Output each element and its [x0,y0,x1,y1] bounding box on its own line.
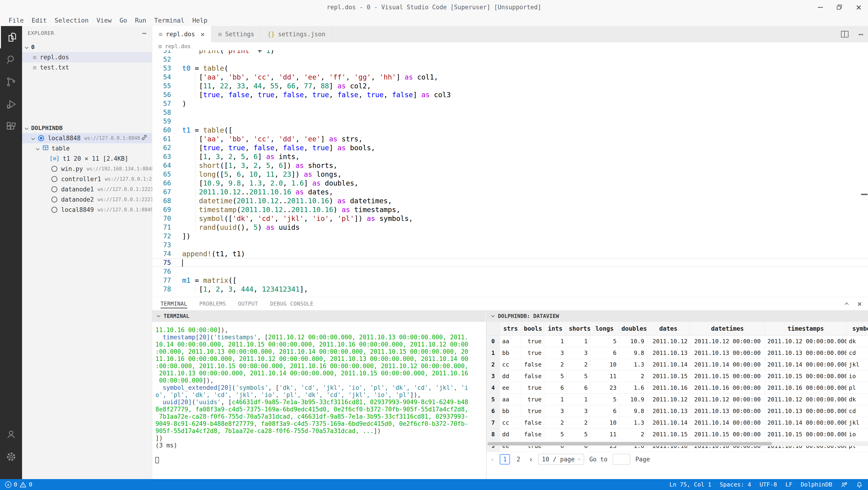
column-header-symbols[interactable]: symbols [846,322,868,335]
panel-maximize-icon[interactable] [844,302,848,307]
minimize-icon[interactable] [818,7,823,8]
table-item-t1[interactable]: [⊘]t1 20 × 11 [2.4KB] [22,153,152,164]
close-tab-icon[interactable]: × [200,30,205,38]
next-page-icon[interactable]: › [529,455,533,464]
table-row[interactable]: 7ccfalse22101.32011.10.142011.10.14 00:0… [487,417,868,428]
column-header-ints[interactable]: ints [544,322,566,335]
code-line[interactable]: 69 timestamp(2011.10.12..2011.10.16) as … [152,205,868,214]
code-line[interactable]: 68 datetime(2011.10.12..2011.10.16) as d… [152,196,868,205]
link-icon[interactable] [141,134,148,142]
split-editor-icon[interactable] [841,31,848,37]
settings-gear-icon[interactable] [0,445,22,468]
dataview-section-header[interactable]: DOLPHINDB: DATAVIEW [487,310,868,322]
source-control-icon[interactable] [0,71,22,93]
column-header-longs[interactable]: longs [590,322,619,335]
tab-repl-dos[interactable]: ≡repl.dos× [152,26,211,42]
tab-settings-json[interactable]: {}settings.json [261,26,332,42]
file-item-repl.dos[interactable]: ≡repl.dos [22,52,152,62]
code-line[interactable]: 55 [11, 22, 33, 44, 55, 66, 77, 88] as c… [152,81,868,90]
menu-item-run[interactable]: Run [131,17,150,24]
run-debug-icon[interactable] [0,93,22,115]
section-dolphindb[interactable]: DOLPHINDB [22,123,152,133]
encoding-status[interactable]: UTF-8 [760,481,777,488]
sidebar-actions-icon[interactable]: ⋯ [142,29,146,37]
panel-tab-debug-console[interactable]: DEBUG CONSOLE [270,297,314,310]
code-line[interactable]: 63 [1, 3, 2, 5, 6] as ints, [152,152,868,161]
code-line[interactable]: 58 [152,108,868,117]
table-row[interactable]: 0aatrue11510.92011.10.122011.10.12 00:00… [487,335,868,347]
prev-page-icon[interactable]: ‹ [490,455,495,464]
goto-page-input[interactable] [613,454,630,465]
connection-datanode1[interactable]: datanode1ws://127.0.0.1:22214/ [22,184,152,195]
code-line[interactable]: 71 rand(uuid(), 5) as uuids [152,223,868,232]
connection-local8849[interactable]: local8849ws://127.0.0.1:8849 [22,205,152,215]
panel-tab-problems[interactable]: PROBLEMS [199,297,226,310]
page-button-2[interactable]: 2 [513,454,523,464]
table-row[interactable]: 1bbtrue3369.82011.10.132011.10.13 00:00:… [487,347,868,358]
code-line[interactable]: 53t0 = table( [152,64,868,73]
menu-item-selection[interactable]: Selection [51,17,92,24]
column-header-timestamps[interactable]: timestamps [765,322,846,335]
language-mode-status[interactable]: DolphinDB [801,481,832,488]
menu-item-terminal[interactable]: Terminal [150,17,188,24]
connection-controller1[interactable]: controller1ws://127.0.0.1:22210/ [22,174,152,184]
restore-icon[interactable] [836,4,842,10]
panel-close-icon[interactable]: × [857,299,862,308]
code-line[interactable]: 73 [152,240,868,249]
code-line[interactable]: 78 [1, 2, 3, 444, 123412341], [152,285,868,293]
code-line[interactable]: 62 [true, true, false, false, true] as b… [152,143,868,152]
connection-win.py[interactable]: win.pyws://192.168.134.1:8848 [22,164,152,174]
table-row[interactable]: 2ccfalse22101.32011.10.142011.10.14 00:0… [487,358,868,370]
column-header-doubles[interactable]: doubles [619,322,647,335]
menu-item-help[interactable]: Help [188,17,211,24]
table-row[interactable]: 8ddfalse551122011.10.152011.10.15 00:00:… [487,428,868,440]
code-line[interactable]: 77m1 = matrix([ [152,276,868,285]
terminal-section-header[interactable]: TERMINAL [152,310,486,322]
page-button-1[interactable]: 1 [500,454,510,464]
indentation-status[interactable]: Spaces: 4 [720,481,751,488]
menu-item-view[interactable]: View [92,17,116,24]
code-line[interactable]: 56 [true, false, true, false, true, fals… [152,90,868,99]
code-line[interactable]: 66 [10.9, 9.8, 1.3, 2.0, 1.6] as doubles… [152,179,868,188]
code-line[interactable]: 67 2011.10.12..2011.10.16 as dates, [152,188,868,196]
table-row[interactable]: 4eetrue66231.62011.10.162011.10.16 00:00… [487,382,868,394]
tree-group-table[interactable]: table [22,143,152,153]
code-line[interactable]: 60t1 = table([ [152,125,868,135]
table-row[interactable]: 5aatrue11510.92011.10.122011.10.12 00:00… [487,394,868,405]
close-window-icon[interactable]: × [856,3,862,12]
tab-settings[interactable]: ≡Settings [211,26,261,42]
code-line[interactable]: 70 symbol(['dk', 'cd', 'jkl', 'io', 'pl'… [152,214,868,223]
extensions-icon[interactable] [0,115,22,138]
code-line[interactable]: 64 short([1, 3, 2, 5, 6]) as shorts, [152,161,868,170]
code-line[interactable]: 52 [152,55,868,64]
problems-status[interactable]: × 0 0 [5,481,32,488]
code-line[interactable]: 75 [152,258,868,267]
column-header-dates[interactable]: dates [647,322,690,335]
menu-item-edit[interactable]: Edit [28,17,51,24]
eol-status[interactable]: LF [785,481,792,488]
code-line[interactable]: 61 ['aa', 'bb', 'cc', 'dd', 'ee'] as str… [152,135,868,143]
code-line[interactable]: 57) [152,99,868,108]
code-line[interactable]: 72]) [152,232,868,240]
code-line[interactable]: 65 long([5, 6, 10, 11, 23]) as longs, [152,170,868,179]
terminal-output[interactable]: 11.10.16 00:00:00]), timestamp[20]('time… [152,322,486,463]
terminal-prompt[interactable] [155,456,486,463]
table-row[interactable]: 3ddfalse551122011.10.152011.10.15 00:00:… [487,370,868,382]
column-header[interactable] [487,322,500,335]
scrollbar-mark[interactable] [861,194,868,195]
cursor-position-status[interactable]: Ln 75, Col 1 [669,481,711,488]
code-line[interactable]: 74append!(t1, t1) [152,249,868,258]
menu-item-go[interactable]: Go [116,17,131,24]
breadcrumb[interactable]: ≡ repl.dos [152,42,868,50]
editor-more-actions-icon[interactable]: ⋯ [859,30,863,39]
panel-tab-output[interactable]: OUTPUT [238,297,258,310]
page-size-select[interactable]: 10 / page [538,454,584,465]
panel-tab-terminal[interactable]: TERMINAL [160,297,187,310]
account-icon[interactable] [0,423,22,445]
code-line[interactable]: 51 print('print' + 1) [152,50,868,55]
code-line[interactable]: 59 [152,117,868,125]
table-row[interactable]: 6bbtrue3369.82011.10.132011.10.13 00:00:… [487,405,868,417]
explorer-icon[interactable] [0,26,22,48]
code-line[interactable]: 76 [152,267,868,276]
feedback-icon[interactable] [841,481,847,488]
